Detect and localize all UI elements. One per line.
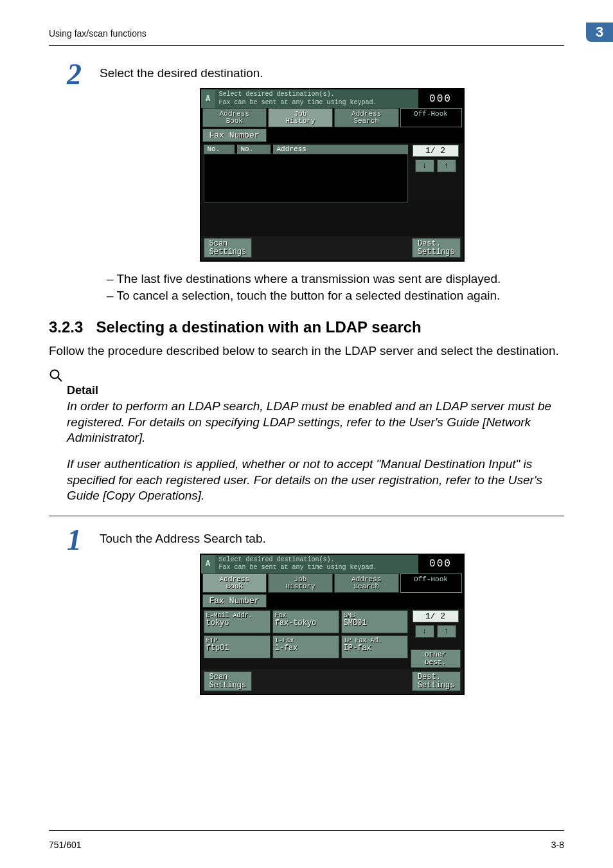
- status-icon: A: [201, 555, 215, 574]
- history-list-body: [204, 154, 408, 203]
- dest-ftp01[interactable]: FTP ftp01: [204, 635, 271, 658]
- step2-note-1: – The last five destinations where a tra…: [107, 272, 564, 286]
- col-no-1: No.: [204, 145, 235, 154]
- screen1-counter: 000: [418, 89, 463, 108]
- section-separator: [49, 516, 564, 516]
- page-up-button[interactable]: ↑: [437, 159, 456, 172]
- tab-address-search[interactable]: Address Search: [334, 108, 399, 127]
- screen1-title: Select desired destination(s). Fax can b…: [215, 89, 418, 108]
- step-number-2: 2: [67, 60, 82, 89]
- magnifier-icon: [49, 368, 564, 383]
- section-heading: 3.2.3 Selecting a destination with an LD…: [49, 318, 564, 336]
- tab-address-book[interactable]: Address Book: [202, 574, 267, 593]
- header-rule: [49, 45, 564, 46]
- step2-note-2: – To cancel a selection, touch the butto…: [107, 289, 564, 303]
- scan-settings-button[interactable]: Scan Settings: [204, 238, 253, 258]
- detail-paragraph-2: If user authentication is applied, wheth…: [67, 457, 564, 504]
- dest-settings-button[interactable]: Dest. Settings: [412, 238, 461, 258]
- footer-model: 751/601: [49, 840, 82, 850]
- svg-line-1: [58, 377, 62, 381]
- screen2-title: Select desired destination(s). Fax can b…: [215, 555, 418, 574]
- tab-job-history[interactable]: Job History: [268, 108, 333, 127]
- page-down-button[interactable]: ↓: [415, 625, 434, 638]
- dest-settings-button[interactable]: Dest. Settings: [412, 671, 461, 691]
- fax-number-tab[interactable]: Fax Number: [202, 594, 267, 608]
- dest-email-tokyo[interactable]: E-Mail Addr. tokyo: [204, 610, 271, 633]
- step1b-text: Touch the Address Search tab.: [100, 532, 564, 546]
- section-intro: Follow the procedure described below to …: [49, 343, 564, 359]
- page-indicator: 1/ 2: [413, 145, 459, 157]
- page-indicator: 1/ 2: [413, 610, 459, 622]
- svg-point-0: [51, 370, 59, 378]
- col-no-2: No.: [237, 145, 271, 154]
- footer-rule: [49, 830, 564, 831]
- history-list: No. No. Address: [204, 145, 408, 203]
- detail-label: Detail: [67, 384, 564, 397]
- step2-text: Select the desired destination.: [100, 66, 564, 80]
- off-hook-button[interactable]: Off-Hook: [400, 574, 462, 593]
- tab-address-search[interactable]: Address Search: [334, 574, 399, 593]
- off-hook-button[interactable]: Off-Hook: [400, 108, 462, 127]
- other-dest-button[interactable]: Other Dest.: [411, 649, 461, 668]
- page-down-button[interactable]: ↓: [415, 159, 434, 172]
- screen2-counter: 000: [418, 555, 463, 574]
- dest-fax-tokyo[interactable]: Fax fax-tokyo: [272, 610, 339, 633]
- status-icon: A: [201, 89, 215, 108]
- dest-ifax[interactable]: I-Fax i-fax: [272, 635, 339, 658]
- col-address: Address: [273, 145, 408, 154]
- dest-smb01[interactable]: SMB SMB01: [341, 610, 408, 633]
- detail-paragraph-1: In order to perform an LDAP search, LDAP…: [67, 399, 564, 446]
- tab-address-book[interactable]: Address Book: [202, 108, 267, 127]
- mfp-screenshot-address-book: A Select desired destination(s). Fax can…: [200, 554, 465, 695]
- dest-ipfax[interactable]: IP Fax Ad. IP-fax: [341, 635, 408, 658]
- fax-number-tab[interactable]: Fax Number: [202, 129, 267, 142]
- mfp-screenshot-job-history: A Select desired destination(s). Fax can…: [200, 88, 465, 262]
- page-up-button[interactable]: ↑: [437, 625, 456, 638]
- header-section-path: Using fax/scan functions: [49, 28, 147, 39]
- step-number-1: 1: [67, 525, 82, 555]
- scan-settings-button[interactable]: Scan Settings: [204, 671, 253, 691]
- chapter-number-badge: 3: [586, 23, 613, 42]
- footer-page-number: 3-8: [551, 840, 564, 850]
- tab-job-history[interactable]: Job History: [268, 574, 333, 593]
